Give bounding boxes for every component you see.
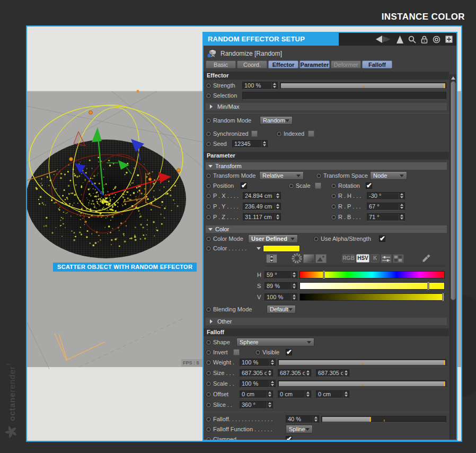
history-back-icon[interactable] [375,36,392,43]
color-swatch[interactable] [263,245,300,252]
color-mode-radio[interactable] [206,237,211,241]
scale-radio[interactable] [289,184,294,188]
rb-field[interactable]: 71 ° [367,213,405,221]
size-z-field[interactable]: 687.305 cm [316,369,349,377]
scrollbar-thumb[interactable] [451,81,456,300]
invert-radio[interactable] [206,350,211,355]
random-mode-dropdown[interactable]: Random [260,116,293,125]
falloff-strength-field[interactable]: 40 % [286,415,319,423]
rh-field[interactable]: -30 ° [367,192,405,200]
slice-field[interactable]: 360 ° [240,401,273,409]
color-radio[interactable] [206,246,211,251]
shape-dropdown[interactable]: Sphere [236,338,314,346]
eyedropper-icon[interactable] [421,254,431,263]
saturation-field[interactable]: 89 % [265,282,297,290]
random-mode-radio[interactable] [206,118,211,123]
blending-mode-radio[interactable] [206,307,211,312]
indexed-radio[interactable] [277,132,281,136]
value-field[interactable]: 100 % [265,293,297,301]
rotation-radio[interactable] [331,184,336,188]
color-expand-icon[interactable] [257,247,261,252]
hsv-mode-button[interactable]: HSV [356,254,369,263]
compact-mode-icon[interactable] [266,254,277,263]
falloff-strength-slider[interactable] [321,416,446,423]
py-field[interactable]: 236.49 cm [243,203,281,211]
size-radio[interactable] [206,371,211,376]
py-radio[interactable] [206,204,211,209]
rb-radio[interactable] [331,215,336,220]
falloff-scale-field[interactable]: 100 % [240,380,276,388]
falloff-scale-slider[interactable] [278,380,446,387]
lock-icon[interactable] [421,36,428,43]
kelvin-mode-button[interactable]: K [371,254,380,263]
rp-radio[interactable] [331,204,336,209]
px-radio[interactable] [206,194,211,198]
strength-spinner[interactable] [271,82,277,89]
pointer-up-icon[interactable] [396,36,403,43]
transform-space-dropdown[interactable]: Node [370,171,407,180]
tab-basic[interactable]: Basic [206,60,236,68]
weight-radio[interactable] [206,360,211,365]
size-x-field[interactable]: 687.305 cm [240,369,273,377]
position-radio[interactable] [206,184,211,188]
falloff-strength-radio[interactable] [206,417,211,422]
spectrum-icon[interactable] [303,254,314,263]
offset-z-field[interactable]: 0 cm [316,390,349,398]
value-slider[interactable] [299,293,445,301]
tab-coord[interactable]: Coord. [237,60,267,68]
seed-radio[interactable] [206,142,211,146]
strength-field[interactable]: 100 % [242,82,278,90]
offset-y-field[interactable]: 0 cm [278,390,311,398]
seed-spinner[interactable] [261,141,267,147]
transform-mode-radio[interactable] [206,173,211,178]
strength-slider[interactable] [280,82,446,89]
shape-radio[interactable] [206,340,211,345]
color-mode-dropdown[interactable]: User Defined [248,234,298,243]
transform-mode-dropdown[interactable]: Relative [259,171,304,180]
tab-falloff[interactable]: Falloff [362,60,392,68]
weight-slider[interactable] [278,359,446,366]
rgb-mode-button[interactable]: RGB [342,254,355,263]
offset-radio[interactable] [206,392,211,397]
visible-radio[interactable] [255,350,260,355]
falloff-scale-radio[interactable] [206,381,211,386]
handle-dot[interactable] [137,90,139,93]
selection-radio[interactable] [206,93,211,98]
transform-space-radio[interactable] [316,173,321,178]
search-icon[interactable] [408,36,416,43]
blending-mode-dropdown[interactable]: Default [267,305,296,313]
size-y-field[interactable]: 687.305 cm [278,369,311,377]
rotation-checkbox[interactable]: ✔ [366,182,372,189]
position-checkbox[interactable]: ✔ [241,182,247,189]
selection-field[interactable] [242,92,446,100]
pz-field[interactable]: 31.117 cm [243,213,281,221]
use-alpha-checkbox[interactable]: ✔ [379,236,385,242]
seed-field[interactable]: 12345 [232,140,268,148]
target-icon[interactable] [433,36,440,43]
falloff-function-dropdown[interactable]: Spline [286,425,313,433]
weight-field[interactable]: 100 % [240,359,276,367]
clamped-radio[interactable] [206,437,211,440]
falloff-function-radio[interactable] [206,427,211,432]
hue-slider[interactable] [299,271,445,278]
mixer-icon[interactable] [393,254,404,263]
sliders-icon[interactable] [381,254,392,263]
clamped-checkbox[interactable]: ✔ [286,436,292,440]
synchronized-checkbox[interactable] [251,130,258,137]
hue-field[interactable]: 59 ° [265,271,297,279]
group-minmax[interactable]: Min/Max [206,103,447,110]
invert-checkbox[interactable] [233,349,240,355]
color-wheel-icon[interactable] [292,254,302,263]
slice-radio[interactable] [206,403,211,407]
pz-radio[interactable] [206,215,211,220]
panel-scrollbar[interactable] [449,74,456,440]
tab-parameter[interactable]: Parameter [299,60,330,68]
group-transform[interactable]: Transform [206,162,447,170]
indexed-checkbox[interactable] [308,130,314,137]
offset-x-field[interactable]: 0 cm [240,390,273,398]
rh-radio[interactable] [331,194,336,198]
tab-deformer[interactable]: Deformer [331,60,361,68]
strength-radio[interactable] [206,83,211,88]
scroll-up-icon[interactable] [450,74,456,81]
use-alpha-radio[interactable] [314,237,319,241]
